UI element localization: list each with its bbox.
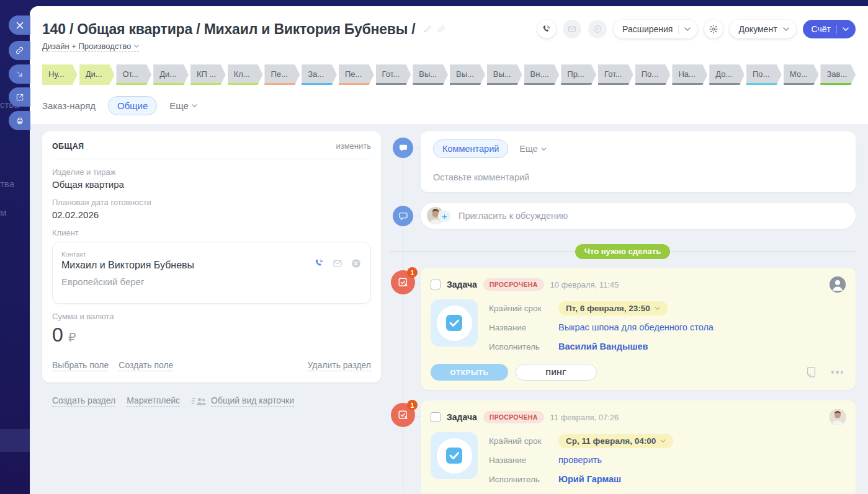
comment-input[interactable]: Оставьте комментарий <box>433 172 843 182</box>
pipeline-stage[interactable]: Вн.... <box>524 64 560 85</box>
task-note-icon[interactable] <box>806 366 817 378</box>
open-new-window-button[interactable] <box>9 87 30 107</box>
pipeline-stage[interactable]: Вы... <box>487 64 522 85</box>
external-link-icon <box>16 93 24 102</box>
deadline-text: Ср, 11 февраля, 04:00 <box>566 436 656 446</box>
task-thumbnail[interactable] <box>431 432 478 479</box>
document-label: Документ <box>738 24 777 34</box>
pipeline-stage[interactable]: По... <box>746 64 782 85</box>
arrow-collapse-icon <box>16 70 24 79</box>
task-menu-icon[interactable] <box>831 371 844 374</box>
pipeline-stage[interactable]: Ди... <box>153 64 189 85</box>
task-author-avatar[interactable] <box>830 276 846 293</box>
task-checkbox[interactable] <box>431 412 441 422</box>
link-icon <box>15 46 24 55</box>
contact-call-icon[interactable] <box>314 258 324 268</box>
tab-general[interactable]: Общие <box>108 96 157 115</box>
copy-link-button[interactable] <box>9 41 30 60</box>
date-field-value[interactable]: 02.02.2026 <box>52 210 371 220</box>
print-button[interactable] <box>9 111 30 130</box>
tab-order[interactable]: Заказ-наряд <box>42 100 96 111</box>
copy-link-icon[interactable] <box>437 25 445 33</box>
delete-section-link[interactable]: Удалить раздел <box>307 360 371 371</box>
pipeline-stage[interactable]: Мо... <box>784 64 819 85</box>
pipeline-stage[interactable]: Кл... <box>228 64 263 85</box>
pipeline-stage[interactable]: Зав... <box>820 64 856 85</box>
deadline-value[interactable]: Пт, 6 февраля, 23:50 <box>558 301 668 315</box>
create-field-link[interactable]: Создать поле <box>119 360 173 371</box>
task-name-link[interactable]: проверить <box>558 455 602 465</box>
select-field-link[interactable]: Выбрать поле <box>52 360 109 371</box>
task-checkbox[interactable] <box>431 280 441 289</box>
task-thumbnail[interactable] <box>431 299 478 346</box>
add-participant-button[interactable]: + <box>438 210 451 223</box>
tab-comment[interactable]: Комментарий <box>433 139 508 158</box>
chevron-down-icon <box>660 439 666 443</box>
pipeline-stage[interactable]: На... <box>672 64 707 85</box>
pipeline-stage[interactable]: Вы... <box>413 64 448 85</box>
pipeline-selector[interactable]: Дизайн + Производство <box>42 42 139 52</box>
contact-name[interactable]: Михаил и Виктория Бубневы <box>61 260 194 271</box>
pipeline-stage[interactable]: От... <box>116 64 151 85</box>
task-card: Задача ПРОСРОЧЕНА 10 февраля, 11:45 Край… <box>421 268 856 390</box>
create-section-link[interactable]: Создать раздел <box>52 395 115 407</box>
edit-title-icon[interactable] <box>423 25 432 33</box>
detail-tabs: Заказ-наряд Общие Еще <box>42 85 856 117</box>
marketplace-link[interactable]: Маркетплейс <box>127 395 180 407</box>
pipeline-stage[interactable]: По... <box>635 64 671 85</box>
pipeline-stage[interactable]: Гот... <box>376 64 411 85</box>
chevron-down-icon <box>134 45 139 48</box>
chat-icon <box>593 24 602 34</box>
pipeline-stage[interactable]: Пр... <box>561 64 596 85</box>
open-task-button[interactable]: ОТКРЫТЬ <box>431 364 508 381</box>
extensions-button[interactable]: Расширения <box>614 20 697 38</box>
deal-title: 140 / Общая квартира / Михаил и Виктория… <box>42 21 416 38</box>
pipeline-stage[interactable]: Пе... <box>264 64 300 85</box>
call-button[interactable] <box>537 20 556 38</box>
comment-marker-icon <box>393 138 413 158</box>
invite-input[interactable]: + Пригласить к обсуждению <box>421 203 856 229</box>
pipeline-stage[interactable]: Ди... <box>79 64 115 85</box>
task-check-icon <box>445 314 463 332</box>
deadline-value[interactable]: Ср, 11 февраля, 04:00 <box>558 434 673 448</box>
pipeline-stage[interactable]: КП ... <box>190 64 226 85</box>
assignee-link[interactable]: Юрий Гармаш <box>558 474 621 484</box>
pipeline-stage[interactable]: Ну... <box>42 64 78 85</box>
pipeline-stage[interactable]: До... <box>709 64 745 85</box>
pipeline-stage[interactable]: За... <box>302 64 337 85</box>
collapse-button[interactable] <box>9 64 30 84</box>
amount-value[interactable]: 0 <box>52 324 63 346</box>
pipeline-stage-label: Гот... <box>382 69 400 79</box>
amount-currency: ₽ <box>68 330 76 345</box>
pipeline-name: Дизайн + Производство <box>42 42 131 51</box>
product-field-value[interactable]: Общая квартира <box>52 179 371 190</box>
contact-openline-icon[interactable] <box>351 258 362 269</box>
edit-section-link[interactable]: изменить <box>336 141 371 151</box>
task-name-label: Название <box>489 456 558 465</box>
assignee-link[interactable]: Василий Вандышев <box>558 342 648 351</box>
client-field-label: Клиент <box>52 228 371 237</box>
pipeline-stage[interactable]: Вы... <box>450 64 485 85</box>
tab-timeline-more[interactable]: Еще <box>519 144 547 154</box>
task-name-link[interactable]: Выкрас шпона для обеденного стола <box>558 322 714 332</box>
chat-button[interactable] <box>588 20 607 38</box>
extensions-label: Расширения <box>622 24 673 34</box>
pipeline-stage[interactable]: Гот... <box>598 64 633 85</box>
card-view-link[interactable]: Общий вид карточки <box>211 395 294 407</box>
task-author-avatar[interactable] <box>830 409 846 425</box>
chevron-down-icon <box>655 307 660 310</box>
ping-task-button[interactable]: ПИНГ <box>516 364 597 381</box>
document-button[interactable]: Документ <box>730 20 795 38</box>
email-button[interactable] <box>563 20 581 38</box>
invoice-button[interactable]: Счёт <box>803 20 856 38</box>
tab-more[interactable]: Еще <box>169 100 197 111</box>
task-check-icon <box>445 446 463 465</box>
contact-mail-icon[interactable] <box>332 258 343 269</box>
invoice-label: Счёт <box>812 24 831 34</box>
settings-button[interactable] <box>704 20 723 38</box>
pipeline-stage-label: Пе... <box>345 69 362 79</box>
close-slider-button[interactable] <box>9 15 30 35</box>
task-name-label: Название <box>489 323 558 332</box>
timeline: Комментарий Еще Оставьте комментарий <box>390 131 856 494</box>
pipeline-stage[interactable]: Пе... <box>339 64 374 85</box>
